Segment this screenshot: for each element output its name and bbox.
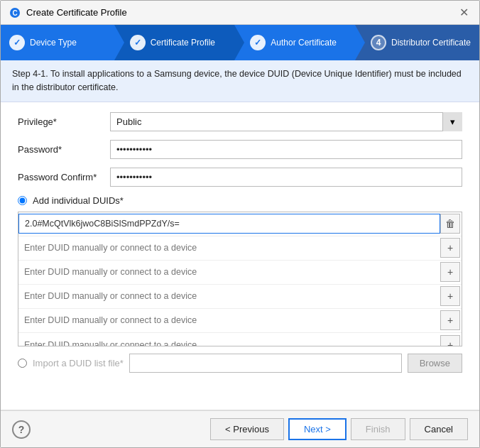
previous-button[interactable]: < Previous xyxy=(210,418,284,440)
step3-label: Author Certificate xyxy=(271,38,337,48)
add-icon: + xyxy=(447,315,453,326)
footer-right: < Previous Next > Finish Cancel xyxy=(210,418,468,440)
add-icon: + xyxy=(447,339,453,346)
import-duid-row: Import a DUID list file* Browse xyxy=(18,354,462,373)
step-device-type: ✓ Device Type xyxy=(1,25,114,60)
browse-button: Browse xyxy=(408,354,462,373)
dialog-icon: C xyxy=(9,7,21,18)
info-text: Step 4-1. To install applications to a S… xyxy=(12,69,462,92)
duid-add-button-2[interactable]: + xyxy=(440,238,460,258)
footer-left: ? xyxy=(12,420,31,439)
import-duid-label[interactable]: Import a DUID list file* xyxy=(33,358,124,368)
password-confirm-input[interactable] xyxy=(110,168,462,187)
step-author-cert: ✓ Author Certificate xyxy=(234,25,355,60)
password-confirm-field xyxy=(110,168,462,187)
step4-number: 4 xyxy=(371,35,386,50)
duid-delete-button-1[interactable]: 🗑 xyxy=(440,214,460,234)
step1-number: ✓ xyxy=(9,35,25,50)
duid-input-1[interactable] xyxy=(18,214,440,234)
info-box: Step 4-1. To install applications to a S… xyxy=(1,60,479,102)
duid-input-5[interactable] xyxy=(18,311,440,329)
add-duid-radio-row: Add individual DUIDs* xyxy=(18,195,462,206)
step-distributor-cert: 4 Distributor Certificate xyxy=(355,25,479,60)
password-label: Password* xyxy=(18,144,110,155)
step4-label: Distributor Certificate xyxy=(391,38,471,48)
duid-row-1: 🗑 xyxy=(18,212,462,236)
add-icon: + xyxy=(447,242,453,253)
duid-row-6: + xyxy=(18,333,462,346)
add-icon: + xyxy=(447,266,453,278)
step-cert-profile: ✓ Certificate Profile xyxy=(114,25,235,60)
privilege-label: Privilege* xyxy=(18,116,110,127)
duid-row-5: + xyxy=(18,309,462,333)
help-button[interactable]: ? xyxy=(12,420,31,439)
duid-input-2[interactable] xyxy=(18,239,440,257)
duid-row-4: + xyxy=(18,285,462,309)
password-field xyxy=(110,140,462,159)
finish-button: Finish xyxy=(351,418,405,440)
form-area: Privilege* Public Partner Platform ▾ Pas… xyxy=(1,102,479,410)
password-confirm-row: Password Confirm* xyxy=(18,168,462,187)
duid-add-button-5[interactable]: + xyxy=(440,310,460,330)
password-row: Password* xyxy=(18,140,462,159)
step2-label: Certificate Profile xyxy=(151,38,215,48)
help-icon: ? xyxy=(18,424,25,435)
duid-input-6[interactable] xyxy=(18,336,440,346)
step1-label: Device Type xyxy=(30,38,77,48)
add-individual-radio[interactable] xyxy=(18,196,27,205)
add-icon: + xyxy=(447,290,453,302)
dialog-title: Create Certificate Profile xyxy=(26,7,127,18)
close-button[interactable]: ✕ xyxy=(457,6,471,20)
wizard-steps: ✓ Device Type ✓ Certificate Profile ✓ Au… xyxy=(1,25,479,60)
duid-add-button-3[interactable]: + xyxy=(440,262,460,282)
create-certificate-profile-dialog: C Create Certificate Profile ✕ ✓ Device … xyxy=(0,0,480,448)
step2-number: ✓ xyxy=(130,35,146,50)
privilege-row: Privilege* Public Partner Platform ▾ xyxy=(18,112,462,131)
step3-number: ✓ xyxy=(250,35,266,50)
svg-text:C: C xyxy=(12,9,17,17)
duid-add-button-4[interactable]: + xyxy=(440,286,460,306)
title-bar: C Create Certificate Profile ✕ xyxy=(1,1,479,25)
duid-input-4[interactable] xyxy=(18,287,440,305)
privilege-select[interactable]: Public Partner Platform xyxy=(110,112,462,131)
delete-icon: 🗑 xyxy=(445,218,455,229)
next-button[interactable]: Next > xyxy=(288,418,347,440)
password-input[interactable] xyxy=(110,140,462,159)
import-duid-input xyxy=(129,354,402,373)
duid-row-2: + xyxy=(18,236,462,261)
cancel-button[interactable]: Cancel xyxy=(410,418,468,440)
duid-add-button-6[interactable]: + xyxy=(440,335,460,346)
duid-input-3[interactable] xyxy=(18,263,440,281)
privilege-field: Public Partner Platform ▾ xyxy=(110,112,462,131)
add-individual-label[interactable]: Add individual DUIDs* xyxy=(33,195,124,206)
import-duid-radio[interactable] xyxy=(18,359,27,368)
duid-list-container: 🗑 + + + xyxy=(18,212,462,346)
footer: ? < Previous Next > Finish Cancel xyxy=(1,410,479,447)
title-bar-left: C Create Certificate Profile xyxy=(9,7,127,18)
password-confirm-label: Password Confirm* xyxy=(18,172,110,182)
duid-row-3: + xyxy=(18,261,462,285)
